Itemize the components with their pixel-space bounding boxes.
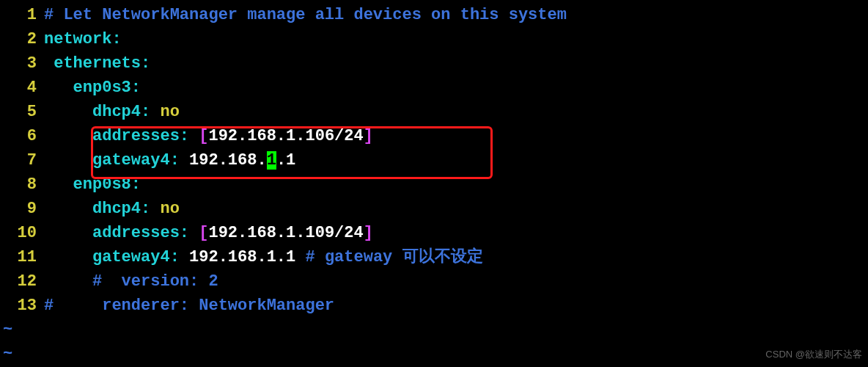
line-number: 10 [0, 221, 44, 245]
code-editor[interactable]: 1 # Let NetworkManager manage all device… [0, 0, 868, 367]
code-line: 6 addresses: [192.168.1.106/24] [0, 124, 868, 148]
line-number: 1 [0, 3, 44, 27]
line-number: 2 [0, 27, 44, 51]
line-content: enp0s8: [44, 172, 868, 197]
line-content: enp0s3: [44, 76, 868, 100]
code-line: 4 enp0s3: [0, 76, 868, 100]
line-content: # Let NetworkManager manage all devices … [44, 3, 868, 27]
line-number: 6 [0, 124, 44, 148]
line-content: dhcp4: no [44, 197, 868, 221]
line-number: 5 [0, 100, 44, 124]
tilde-marker: ~ [0, 318, 12, 342]
code-line: 3 ethernets: [0, 51, 868, 76]
line-number: 9 [0, 197, 44, 221]
tilde-marker: ~ [0, 342, 12, 366]
code-line: 11 gateway4: 192.168.1.1 # gateway 可以不设定 [0, 245, 868, 269]
code-line: 12 # version: 2 [0, 269, 868, 294]
line-content: # version: 2 [44, 269, 868, 294]
line-number: 4 [0, 76, 44, 100]
line-content: gateway4: 192.168.1.1 # gateway 可以不设定 [44, 245, 868, 269]
line-number: 8 [0, 172, 44, 197]
line-content: addresses: [192.168.1.106/24] [44, 124, 868, 148]
line-number: 7 [0, 148, 44, 172]
code-line: 5 dhcp4: no [0, 100, 868, 124]
code-line: 9 dhcp4: no [0, 197, 868, 221]
code-line: 1 # Let NetworkManager manage all device… [0, 3, 868, 27]
line-content: network: [44, 27, 868, 51]
code-line: 10 addresses: [192.168.1.109/24] [0, 221, 868, 245]
line-number: 13 [0, 294, 44, 318]
line-content: ethernets: [44, 51, 868, 76]
code-line: 2 network: [0, 27, 868, 51]
line-content: gateway4: 192.168.1.1 [44, 148, 868, 172]
line-number: 11 [0, 245, 44, 269]
code-line: 7 gateway4: 192.168.1.1 [0, 148, 868, 172]
line-number: 12 [0, 269, 44, 294]
line-content: dhcp4: no [44, 100, 868, 124]
watermark-text: CSDN @欲速则不达客 [765, 347, 862, 362]
empty-line-tilde: ~ [0, 318, 868, 342]
code-line: 13 # renderer: NetworkManager [0, 294, 868, 318]
line-number: 3 [0, 51, 44, 76]
code-line: 8 enp0s8: [0, 172, 868, 197]
line-content: # renderer: NetworkManager [44, 294, 868, 318]
line-content: addresses: [192.168.1.109/24] [44, 221, 868, 245]
cursor: 1 [267, 151, 276, 170]
empty-line-tilde: ~ [0, 342, 868, 366]
